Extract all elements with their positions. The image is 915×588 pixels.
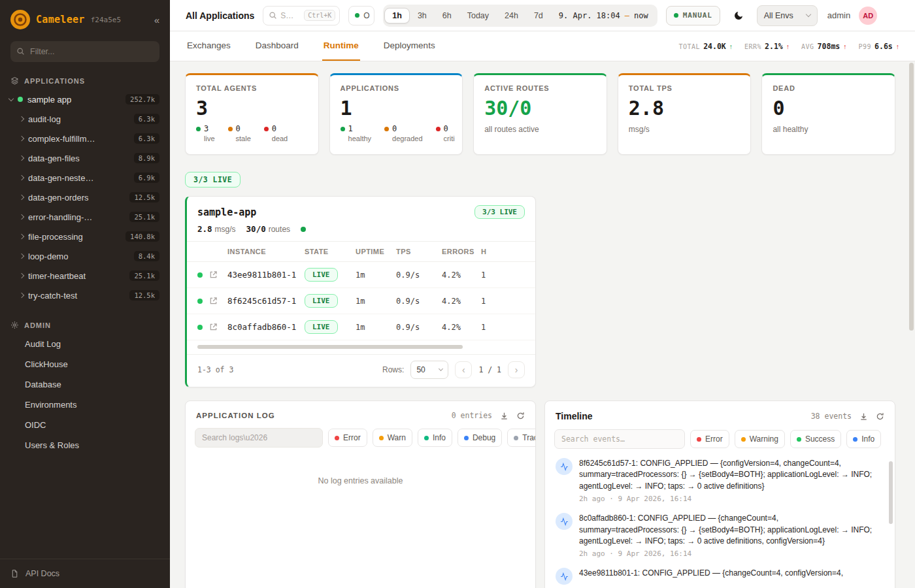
sidebar-item-loop-demo[interactable]: loop-demo 8.4k xyxy=(0,246,170,266)
state-badge: LIVE xyxy=(305,294,338,308)
external-link-icon[interactable] xyxy=(209,323,227,331)
breakdown-num: 0 xyxy=(392,124,397,133)
time-range-6h[interactable]: 6h xyxy=(435,8,459,24)
sidebar-item-error-handling[interactable]: error-handling-… 25.1k xyxy=(0,207,170,227)
next-page-button[interactable]: › xyxy=(508,361,525,378)
timeline-panel: Timeline 38 events Error Warning Success… xyxy=(544,400,895,588)
filter-input[interactable] xyxy=(10,41,159,62)
time-range-1h[interactable]: 1h xyxy=(384,8,410,24)
admin-item-oidc[interactable]: OIDC xyxy=(0,415,170,435)
timeline-filter-error[interactable]: Error xyxy=(690,430,729,448)
breakdown-stale: 0 stale xyxy=(228,124,251,142)
refresh-icon[interactable] xyxy=(516,412,525,420)
breakdown-degraded: 0 degraded xyxy=(384,124,423,142)
breakdown-num: 0 xyxy=(236,124,241,133)
page-scrollbar[interactable] xyxy=(909,63,914,331)
sidebar-item-file-processing[interactable]: file-processing 140.8k xyxy=(0,227,170,246)
log-filter-error[interactable]: Error xyxy=(328,429,367,447)
tab-exchanges[interactable]: Exchanges xyxy=(186,31,232,61)
sidebar-item-sample-app[interactable]: sample app 252.7k xyxy=(0,90,170,109)
log-search-input[interactable] xyxy=(195,428,323,448)
refresh-mode-button[interactable]: MANUAL xyxy=(666,6,720,25)
timeline-filter-warning[interactable]: Warning xyxy=(735,430,785,448)
admin-item-clickhouse[interactable]: ClickHouse xyxy=(0,354,170,374)
custom-date-range[interactable]: 9. Apr. 18:04 — now xyxy=(551,11,656,20)
api-docs-link[interactable]: API Docs xyxy=(0,559,170,588)
status-dot xyxy=(197,299,203,304)
timeline-filter-info[interactable]: Info xyxy=(846,430,881,448)
global-search[interactable]: Ctrl+K xyxy=(263,6,340,25)
admin-item-audit-log[interactable]: Audit Log xyxy=(0,334,170,354)
table-row[interactable]: 8f6245c61d57-1 LIVE 1m 0.9/s 4.2% 1 xyxy=(187,288,535,314)
prev-page-button[interactable]: ‹ xyxy=(455,361,472,378)
breakdown-label: healthy xyxy=(348,135,371,142)
tree-item-label: sample app xyxy=(27,95,121,105)
online-status-dot xyxy=(355,13,359,18)
application-card-sample-app: sample-app 3/3 LIVE 2.8msg/s 30/0routes … xyxy=(185,196,536,387)
table-row[interactable]: 43ee9811b801-1 LIVE 1m 0.9/s 4.2% 1 xyxy=(187,262,535,288)
status-dot xyxy=(264,127,269,131)
count-badge: 8.9k xyxy=(134,153,159,163)
chevron-down-icon xyxy=(8,95,14,101)
time-range-today[interactable]: Today xyxy=(459,8,497,24)
admin-item-users-roles[interactable]: Users & Roles xyxy=(0,435,170,455)
chip-label: Error xyxy=(705,434,723,444)
timeline-title: Timeline xyxy=(556,411,593,421)
vertical-scrollbar[interactable] xyxy=(889,461,893,524)
time-range-24h[interactable]: 24h xyxy=(497,8,526,24)
live-summary-chip: 3/3 LIVE xyxy=(185,172,241,188)
download-icon[interactable] xyxy=(500,412,508,420)
tab-runtime[interactable]: Runtime xyxy=(322,31,360,61)
stat-breakdown: 3 live 0 stale 0 dead xyxy=(196,124,308,142)
dark-mode-toggle[interactable] xyxy=(729,6,748,25)
connection-status-chip[interactable]: O xyxy=(348,6,374,25)
health-pulse-dot xyxy=(301,227,306,232)
admin-item-environments[interactable]: Environments xyxy=(0,395,170,415)
list-item[interactable]: 8c0affadb860-1: CONFIG_APPLIED — {change… xyxy=(556,513,880,558)
status-dot xyxy=(436,127,441,131)
list-item[interactable]: 8f6245c61d57-1: CONFIG_APPLIED — {config… xyxy=(556,458,880,503)
environment-select[interactable]: All Envs xyxy=(757,5,818,26)
timeline-search-input[interactable] xyxy=(554,429,685,449)
breakdown-label: degraded xyxy=(392,135,423,142)
scrollbar-thumb[interactable] xyxy=(197,345,463,349)
sidebar-item-try-catch-test[interactable]: try-catch-test 12.5k xyxy=(0,286,170,305)
sidebar-item-data-gen-nested[interactable]: data-gen-neste… 6.9k xyxy=(0,168,170,188)
external-link-icon[interactable] xyxy=(209,270,227,279)
timeline-filter-success[interactable]: Success xyxy=(790,430,841,448)
chip-label: Success xyxy=(805,434,835,444)
time-range-7d[interactable]: 7d xyxy=(526,8,551,24)
api-docs-label: API Docs xyxy=(25,569,59,578)
breakdown-label: criti xyxy=(444,135,455,142)
log-filter-trace[interactable]: Trace xyxy=(507,429,536,447)
chevron-right-icon xyxy=(19,293,24,298)
sidebar-item-data-gen-files[interactable]: data-gen-files 8.9k xyxy=(0,148,170,168)
tab-deployments[interactable]: Deployments xyxy=(382,31,437,61)
instance-id: 8f6245c61d57-1 xyxy=(227,296,305,306)
sidebar-item-data-gen-orders[interactable]: data-gen-orders 12.5k xyxy=(0,188,170,207)
tab-dashboard[interactable]: Dashboard xyxy=(254,31,300,61)
rows-per-page-select[interactable]: 50 xyxy=(410,361,448,379)
download-icon[interactable] xyxy=(859,412,868,421)
log-filter-info[interactable]: Info xyxy=(418,429,452,447)
sidebar-item-audit-log[interactable]: audit-log 6.3k xyxy=(0,109,170,129)
table-footer: 1-3 of 3 Rows: 50 ‹ 1 / 1 › xyxy=(187,354,535,387)
horizontal-scrollbar[interactable] xyxy=(197,345,525,349)
time-range-3h[interactable]: 3h xyxy=(410,8,435,24)
sidebar-item-complex-fulfillment[interactable]: complex-fulfillm… 6.3k xyxy=(0,129,170,148)
sidebar-item-timer-heartbeat[interactable]: timer-heartbeat 25.1k xyxy=(0,266,170,286)
global-search-input[interactable] xyxy=(280,11,301,20)
list-item[interactable]: 43ee9811b801-1: CONFIG_APPLIED — {change… xyxy=(556,568,880,585)
instance-id: 8c0affadb860-1 xyxy=(227,322,305,332)
log-filter-debug[interactable]: Debug xyxy=(458,429,502,447)
refresh-icon[interactable] xyxy=(876,412,884,421)
table-row[interactable]: 8c0affadb860-1 LIVE 1m 0.9/s 4.2% 1 xyxy=(187,314,535,340)
external-link-icon[interactable] xyxy=(209,297,227,305)
log-filter-warn[interactable]: Warn xyxy=(373,429,412,447)
sidebar-collapse-icon[interactable]: « xyxy=(154,14,159,25)
chevron-right-icon xyxy=(19,175,24,180)
trend-up-icon: ↑ xyxy=(896,42,899,50)
col-uptime: UPTIME xyxy=(356,248,396,255)
admin-item-database[interactable]: Database xyxy=(0,374,170,395)
avatar[interactable]: AD xyxy=(859,7,877,25)
